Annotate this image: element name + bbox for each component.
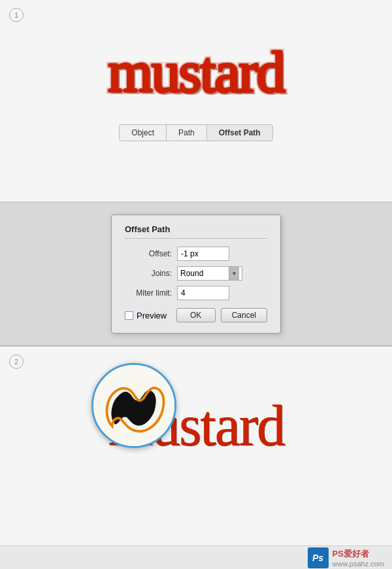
menu-item-path[interactable]: Path <box>167 125 207 141</box>
bottom-bar: Ps PS爱好者 www.psahz.com <box>0 545 392 569</box>
zoomed-svg <box>93 363 174 448</box>
preview-checkbox[interactable] <box>125 311 133 320</box>
panel-1: 1 mustard Object Path Offset Path <box>0 0 392 203</box>
menu-item-offset-path[interactable]: Offset Path <box>207 125 272 141</box>
step-1-circle: 1 <box>9 8 24 22</box>
cancel-button[interactable]: Cancel <box>221 308 267 322</box>
dialog-row-joins: Joins: Miter Round Bevel ▼ <box>125 266 267 281</box>
mustard-display-2: mustard <box>39 360 353 491</box>
select-arrow-icon[interactable]: ▼ <box>229 267 239 280</box>
dialog-area: Offset Path Offset: Joins: Miter Round B… <box>0 203 392 347</box>
dialog-box: Offset Path Offset: Joins: Miter Round B… <box>111 215 281 334</box>
joins-select[interactable]: Miter Round Bevel <box>178 268 229 279</box>
miter-label: Miter limit: <box>125 288 177 298</box>
ps-text: PS爱好者 <box>333 548 384 560</box>
offset-input[interactable] <box>177 247 229 261</box>
miter-input[interactable] <box>177 286 229 300</box>
magnifier-content <box>93 365 174 446</box>
menu-item-object[interactable]: Object <box>120 125 167 141</box>
joins-select-wrapper[interactable]: Miter Round Bevel ▼ <box>177 266 242 281</box>
dialog-row-miter: Miter limit: <box>125 286 267 300</box>
panel-2: 2 mustard Ps PS爱好者 www.psahz.com <box>0 347 392 569</box>
dialog-title: Offset Path <box>125 224 267 239</box>
ps-icon: Ps <box>308 547 329 568</box>
mustard-text-1: mustard <box>108 39 284 105</box>
mustard-display-1: mustard <box>39 33 353 111</box>
ok-button[interactable]: OK <box>176 308 216 322</box>
offset-label: Offset: <box>125 249 177 258</box>
ps-info: PS爱好者 www.psahz.com <box>333 548 384 568</box>
ps-sub: www.psahz.com <box>333 560 384 568</box>
dialog-buttons-row: Preview OK Cancel <box>125 308 267 322</box>
preview-row: Preview <box>125 311 171 320</box>
step-2-circle: 2 <box>9 354 24 369</box>
dialog-row-offset: Offset: <box>125 247 267 261</box>
menu-bar: Object Path Offset Path <box>119 124 272 141</box>
magnifier-circle <box>91 363 176 448</box>
ps-logo: Ps PS爱好者 www.psahz.com <box>308 547 384 568</box>
joins-label: Joins: <box>125 269 177 278</box>
preview-label: Preview <box>137 311 167 320</box>
